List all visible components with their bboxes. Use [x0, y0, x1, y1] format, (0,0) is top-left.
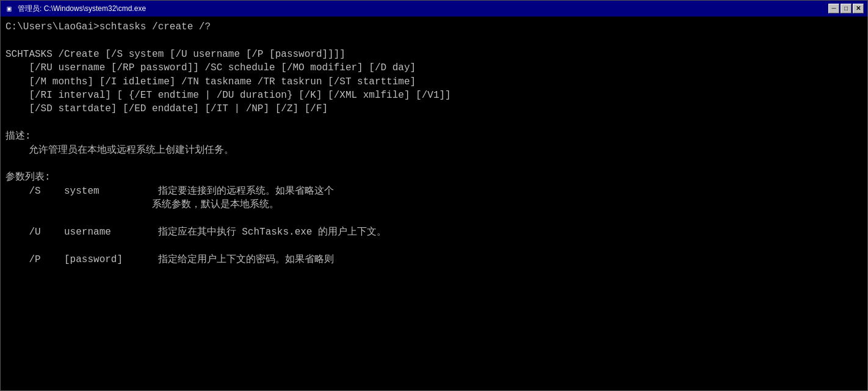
console-line: C:\Users\LaoGai>schtasks /create /?	[5, 20, 863, 34]
window-title: 管理员: C:\Windows\system32\cmd.exe	[18, 4, 146, 14]
title-bar: ▣ 管理员: C:\Windows\system32\cmd.exe ─ □ ✕	[1, 1, 867, 16]
console-line: [/M months] [/I idletime] /TN taskname /…	[5, 75, 863, 89]
console-line: 描述:	[5, 130, 863, 143]
title-bar-buttons: ─ □ ✕	[828, 4, 864, 13]
console-line	[5, 34, 863, 47]
console-line: [/RU username [/RP password]] /SC schedu…	[5, 61, 863, 75]
console-output: C:\Users\LaoGai>schtasks /create /? SCHT…	[1, 16, 867, 390]
minimize-button[interactable]: ─	[828, 4, 839, 13]
console-line	[5, 157, 863, 170]
console-line: 允许管理员在本地或远程系统上创建计划任务。	[5, 144, 863, 157]
console-line: SCHTASKS /Create [/S system [/U username…	[5, 48, 863, 61]
maximize-button[interactable]: □	[841, 4, 852, 13]
console-line	[5, 211, 863, 225]
window-wrapper: ▣ 管理员: C:\Windows\system32\cmd.exe ─ □ ✕…	[0, 0, 868, 391]
console-line: [/SD startdate] [/ED enddate] [/IT | /NP…	[5, 102, 863, 115]
cmd-window: ▣ 管理员: C:\Windows\system32\cmd.exe ─ □ ✕…	[0, 0, 868, 391]
console-line: /U username 指定应在其中执行 SchTasks.exe 的用户上下文…	[5, 225, 863, 239]
window-icon: ▣	[4, 4, 14, 13]
console-line: 参数列表:	[5, 170, 863, 184]
console-line: [/RI interval] [ {/ET endtime | /DU dura…	[5, 89, 863, 102]
console-line: /P [password] 指定给定用户上下文的密码。如果省略则	[5, 253, 863, 266]
close-button[interactable]: ✕	[853, 4, 864, 13]
console-line: 系统参数，默认是本地系统。	[5, 198, 863, 211]
console-line: /S system 指定要连接到的远程系统。如果省略这个	[5, 185, 863, 198]
title-bar-left: ▣ 管理员: C:\Windows\system32\cmd.exe	[4, 4, 146, 14]
console-line	[5, 239, 863, 252]
console-line	[5, 116, 863, 130]
